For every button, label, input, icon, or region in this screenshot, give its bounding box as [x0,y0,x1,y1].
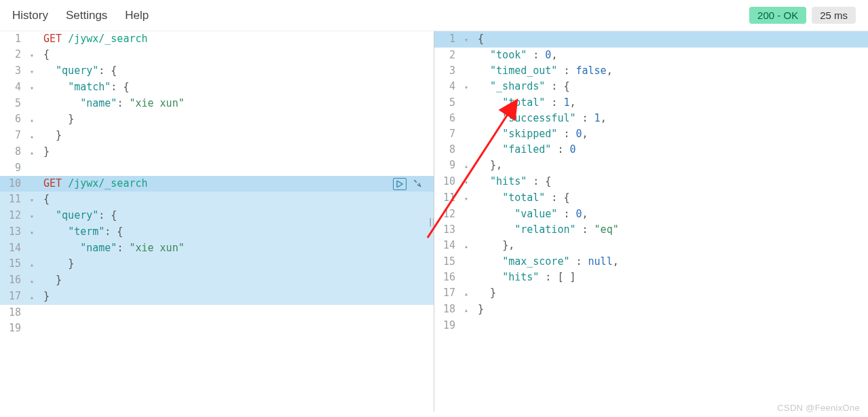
code-line[interactable]: 12 ▾ "query": { [0,208,434,224]
fold-icon[interactable]: ▾ [463,175,468,190]
menu-history[interactable]: History [12,9,48,22]
code-line[interactable]: 18 ▴} [434,302,868,318]
code-line[interactable]: 13 "relation" : "eq" [434,222,868,238]
code-line[interactable]: 15 ▴ } [0,256,434,272]
code-line[interactable]: 1 GET /jywx/_search [0,31,434,47]
code-line[interactable]: 7 "skipped" : 0, [434,126,868,142]
code-line[interactable]: 8 ▴} [0,144,434,160]
fold-icon[interactable]: ▴ [463,158,468,174]
fold-icon[interactable]: ▴ [29,273,34,289]
code-content[interactable]: } [475,302,868,318]
code-line[interactable]: 17 ▴} [0,289,434,305]
fold-icon[interactable]: ▾ [29,80,34,96]
code-content[interactable]: "name": "xie xun" [41,240,434,256]
code-content[interactable]: }, [475,158,868,174]
query-options-button[interactable] [411,178,424,190]
code-content[interactable]: "hits" : { [475,174,868,190]
code-content[interactable]: "skipped" : 0, [475,126,868,142]
code-line[interactable]: 3 ▾ "query": { [0,63,434,79]
menu-help[interactable]: Help [125,9,149,22]
code-content[interactable]: { [41,192,434,208]
code-line[interactable]: 6 ▴ } [0,111,434,128]
code-content[interactable]: "max_score" : null, [475,254,868,270]
code-line[interactable]: 13 ▾ "term": { [0,224,434,240]
code-line[interactable]: 16 ▴ } [0,272,434,289]
code-content[interactable] [475,318,868,333]
code-content[interactable]: "timed_out" : false, [475,63,868,79]
pane-resize-handle[interactable]: || [428,217,434,227]
fold-icon[interactable]: ▴ [463,286,468,302]
fold-icon[interactable]: ▾ [463,32,468,48]
code-line[interactable]: 7 ▴ } [0,128,434,144]
code-content[interactable]: "failed" : 0 [475,142,868,158]
code-line[interactable]: 10 ▾ "hits" : { [434,174,868,190]
fold-icon[interactable]: ▾ [29,208,34,224]
code-content[interactable]: "query": { [41,208,434,224]
code-line[interactable]: 5 "total" : 1, [434,95,868,111]
fold-icon[interactable]: ▴ [29,128,34,144]
code-content[interactable]: }, [475,238,868,254]
request-editor[interactable]: 1 GET /jywx/_search2 ▾{3 ▾ "query": {4 ▾… [0,31,434,336]
code-line[interactable]: 6 "successful" : 1, [434,111,868,126]
code-line[interactable]: 14 ▴ }, [434,238,868,254]
fold-icon[interactable]: ▾ [29,225,34,240]
code-content[interactable]: "hits" : [ ] [475,270,868,285]
code-content[interactable]: } [41,289,434,305]
fold-icon[interactable]: ▾ [29,48,34,63]
code-line[interactable]: 14 "name": "xie xun" [0,240,434,256]
code-line[interactable]: 2 "took" : 0, [434,48,868,63]
code-line[interactable]: 11 ▾{ [0,192,434,208]
code-content[interactable]: } [475,285,868,302]
code-content[interactable]: "relation" : "eq" [475,222,868,238]
code-line[interactable]: 17 ▴ } [434,285,868,302]
code-content[interactable] [41,321,434,336]
code-line[interactable]: 4 ▾ "match": { [0,79,434,96]
code-line[interactable]: 4 ▾ "_shards" : { [434,79,868,95]
code-content[interactable]: } [41,272,434,289]
fold-icon[interactable]: ▾ [29,64,34,79]
fold-icon[interactable]: ▴ [463,238,468,254]
fold-icon[interactable]: ▾ [463,79,468,95]
code-line[interactable]: 11 ▾ "total" : { [434,190,868,206]
code-content[interactable]: "value" : 0, [475,206,868,222]
code-line[interactable]: 18 [0,305,434,321]
code-content[interactable]: { [475,31,868,48]
code-line[interactable]: 8 "failed" : 0 [434,142,868,158]
fold-icon[interactable]: ▾ [29,192,34,208]
code-line[interactable]: 5 "name": "xie xun" [0,96,434,111]
code-content[interactable]: "took" : 0, [475,48,868,63]
menu-settings[interactable]: Settings [66,9,107,22]
code-line[interactable]: 9 ▴ }, [434,158,868,174]
code-line[interactable]: 3 "timed_out" : false, [434,63,868,79]
run-query-button[interactable] [393,178,407,190]
code-line[interactable]: 19 [434,318,868,333]
code-content[interactable]: "total" : { [475,190,868,206]
code-content[interactable]: } [41,256,434,272]
code-content[interactable]: "successful" : 1, [475,111,868,126]
fold-icon[interactable]: ▴ [29,257,34,272]
code-line[interactable]: 1 ▾{ [434,31,868,48]
code-content[interactable]: "name": "xie xun" [41,96,434,111]
fold-icon[interactable]: ▴ [29,112,34,128]
fold-icon[interactable]: ▾ [463,191,468,206]
code-content[interactable] [41,160,434,176]
code-line[interactable]: 2 ▾{ [0,47,434,63]
code-content[interactable]: "term": { [41,224,434,240]
code-line[interactable]: 16 "hits" : [ ] [434,270,868,285]
code-line[interactable]: 9 [0,160,434,176]
fold-icon[interactable]: ▴ [463,302,468,318]
code-content[interactable]: GET /jywx/_search [41,176,434,192]
code-content[interactable] [41,305,434,321]
code-content[interactable]: "total" : 1, [475,95,868,111]
code-content[interactable]: } [41,111,434,128]
fold-icon[interactable]: ▴ [29,289,34,305]
code-line[interactable]: 10 GET /jywx/_search [0,176,434,192]
code-content[interactable]: "_shards" : { [475,79,868,95]
code-content[interactable]: "match": { [41,79,434,96]
code-line[interactable]: 12 "value" : 0, [434,206,868,222]
fold-icon[interactable]: ▴ [29,145,34,160]
code-content[interactable]: GET /jywx/_search [41,31,434,47]
code-content[interactable]: } [41,144,434,160]
code-line[interactable]: 19 [0,321,434,336]
code-line[interactable]: 15 "max_score" : null, [434,254,868,270]
